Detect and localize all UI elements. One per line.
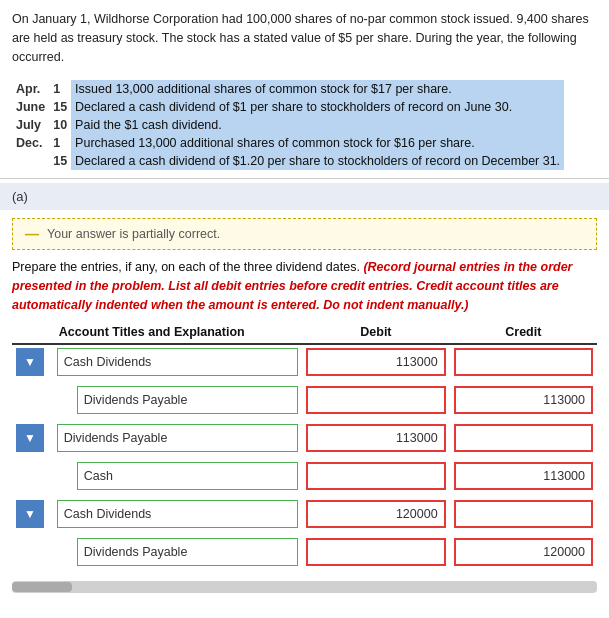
events-table: Apr. 1 Issued 13,000 additional shares o…: [12, 80, 564, 170]
account-cell-2: [53, 421, 302, 455]
event-row-4: 15 Declared a cash dividend of $1.20 per…: [12, 152, 564, 170]
event-desc-1: Declared a cash dividend of $1 per share…: [71, 98, 564, 116]
table-row-3: [12, 459, 597, 493]
event-month-2: July: [12, 116, 49, 134]
debit-cell-1: [302, 383, 449, 417]
credit-input-5[interactable]: [454, 538, 593, 566]
instructions-prefix: Prepare the entries, if any, on each of …: [12, 260, 363, 274]
dropdown-btn-4[interactable]: ▼: [16, 500, 44, 528]
account-input-2[interactable]: [57, 424, 298, 452]
dropdown-btn-2[interactable]: ▼: [16, 424, 44, 452]
credit-cell-1: [450, 383, 597, 417]
partial-correct-icon: —: [25, 226, 39, 242]
account-input-1[interactable]: [77, 386, 298, 414]
table-row-1: [12, 383, 597, 417]
row-spacer-5: [12, 569, 597, 573]
event-row-3: Dec. 1 Purchased 13,000 additional share…: [12, 134, 564, 152]
event-desc-0: Issued 13,000 additional shares of commo…: [71, 80, 564, 98]
account-cell-4: [53, 497, 302, 531]
account-input-0[interactable]: [57, 348, 298, 376]
table-row-4: ▼: [12, 497, 597, 531]
date-cell-2: ▼: [12, 421, 53, 455]
credit-input-3[interactable]: [454, 462, 593, 490]
event-row-2: July 10 Paid the $1 cash dividend.: [12, 116, 564, 134]
scrollbar-thumb[interactable]: [12, 582, 72, 592]
table-row-0: ▼: [12, 344, 597, 379]
date-cell-1: [12, 383, 53, 417]
event-desc-4: Declared a cash dividend of $1.20 per sh…: [71, 152, 564, 170]
credit-input-0[interactable]: [454, 348, 593, 376]
debit-cell-0: [302, 344, 449, 379]
event-day-4: 15: [49, 152, 71, 170]
account-cell-0: [53, 344, 302, 379]
event-desc-2: Paid the $1 cash dividend.: [71, 116, 564, 134]
debit-cell-3: [302, 459, 449, 493]
date-cell-0: ▼: [12, 344, 53, 379]
event-month-3: Dec.: [12, 134, 49, 152]
section-a-label: (a): [0, 183, 609, 210]
table-header-row: Account Titles and Explanation Debit Cre…: [12, 321, 597, 344]
event-month-0: Apr.: [12, 80, 49, 98]
date-cell-3: [12, 459, 53, 493]
partial-correct-text: Your answer is partially correct.: [47, 227, 220, 241]
main-container: On January 1, Wildhorse Corporation had …: [0, 0, 609, 618]
instructions-block: Prepare the entries, if any, on each of …: [12, 258, 597, 314]
debit-input-2[interactable]: [306, 424, 445, 452]
header-debit: Debit: [302, 321, 449, 344]
account-input-4[interactable]: [57, 500, 298, 528]
account-cell-3: [53, 459, 302, 493]
credit-input-1[interactable]: [454, 386, 593, 414]
account-cell-1: [53, 383, 302, 417]
intro-text: On January 1, Wildhorse Corporation had …: [12, 10, 597, 66]
event-day-1: 15: [49, 98, 71, 116]
journal-table: Account Titles and Explanation Debit Cre…: [12, 321, 597, 573]
event-day-3: 1: [49, 134, 71, 152]
credit-cell-3: [450, 459, 597, 493]
credit-input-2[interactable]: [454, 424, 593, 452]
scrollbar-area[interactable]: [12, 581, 597, 593]
credit-cell-5: [450, 535, 597, 569]
event-row-0: Apr. 1 Issued 13,000 additional shares o…: [12, 80, 564, 98]
partial-correct-box: — Your answer is partially correct.: [12, 218, 597, 250]
date-cell-5: [12, 535, 53, 569]
event-day-2: 10: [49, 116, 71, 134]
debit-input-5[interactable]: [306, 538, 445, 566]
account-input-3[interactable]: [77, 462, 298, 490]
intro-section: On January 1, Wildhorse Corporation had …: [0, 0, 609, 74]
debit-cell-5: [302, 535, 449, 569]
debit-input-0[interactable]: [306, 348, 445, 376]
credit-cell-4: [450, 497, 597, 531]
header-date: [12, 321, 53, 344]
event-month-1: June: [12, 98, 49, 116]
event-desc-3: Purchased 13,000 additional shares of co…: [71, 134, 564, 152]
account-cell-5: [53, 535, 302, 569]
credit-cell-0: [450, 344, 597, 379]
debit-cell-2: [302, 421, 449, 455]
table-row-5: [12, 535, 597, 569]
credit-cell-2: [450, 421, 597, 455]
header-credit: Credit: [450, 321, 597, 344]
debit-input-3[interactable]: [306, 462, 445, 490]
header-account: Account Titles and Explanation: [53, 321, 302, 344]
event-day-0: 1: [49, 80, 71, 98]
account-input-5[interactable]: [77, 538, 298, 566]
table-row-2: ▼: [12, 421, 597, 455]
debit-input-1[interactable]: [306, 386, 445, 414]
date-cell-4: ▼: [12, 497, 53, 531]
divider: [0, 178, 609, 179]
event-month-4: [12, 152, 49, 170]
credit-input-4[interactable]: [454, 500, 593, 528]
event-row-1: June 15 Declared a cash dividend of $1 p…: [12, 98, 564, 116]
dropdown-btn-0[interactable]: ▼: [16, 348, 44, 376]
debit-input-4[interactable]: [306, 500, 445, 528]
debit-cell-4: [302, 497, 449, 531]
